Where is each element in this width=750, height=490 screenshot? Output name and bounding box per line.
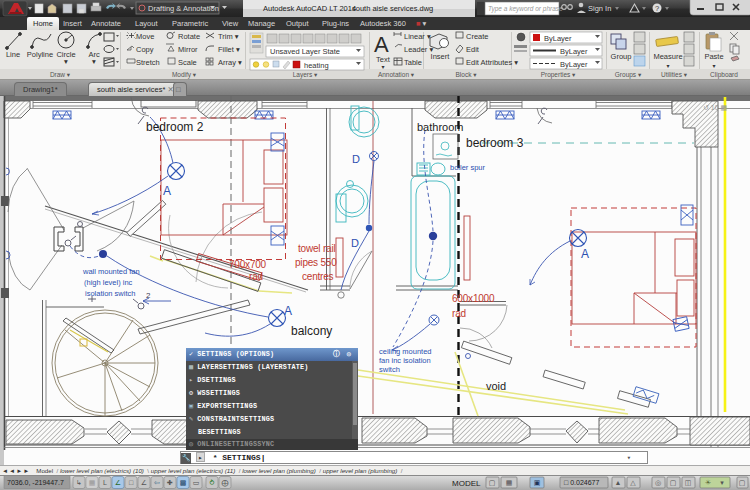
- svg-text:Polyline: Polyline: [27, 50, 53, 59]
- svg-text:boiler spur: boiler spur: [450, 163, 486, 172]
- svg-text:south aisle services.dwg: south aisle services.dwg: [352, 4, 433, 13]
- svg-text:ByLayer: ByLayer: [560, 47, 588, 56]
- svg-text:Mirror: Mirror: [178, 45, 198, 54]
- svg-text:towel rail: towel rail: [298, 243, 335, 254]
- svg-text:∠: ∠: [141, 479, 147, 486]
- svg-text:L: L: [103, 479, 107, 486]
- svg-text:A: A: [581, 247, 589, 261]
- svg-text:Leader ▾: Leader ▾: [404, 45, 433, 54]
- svg-text:▦: ▦: [506, 479, 513, 486]
- svg-text:void: void: [486, 380, 506, 392]
- svg-text:bathroom: bathroom: [417, 121, 463, 133]
- svg-text:▢: ▢: [739, 479, 746, 486]
- svg-text:◎: ◎: [655, 479, 661, 486]
- svg-text:Rotate: Rotate: [178, 32, 200, 41]
- svg-text:ByLayer: ByLayer: [560, 60, 588, 69]
- svg-text:Properties ▾: Properties ▾: [541, 71, 576, 79]
- svg-text:isolation switch: isolation switch: [85, 289, 135, 298]
- svg-text:A: A: [284, 304, 292, 318]
- svg-text:(high level) inc: (high level) inc: [84, 278, 133, 287]
- svg-text:▢: ▢: [489, 479, 496, 486]
- svg-text:▾: ▾: [64, 57, 68, 66]
- svg-text:Group: Group: [611, 52, 632, 61]
- svg-text:fan inc isolation: fan inc isolation: [379, 356, 431, 365]
- svg-text:A: A: [374, 32, 389, 57]
- svg-text:D: D: [352, 153, 360, 165]
- svg-text:✚: ✚: [167, 479, 173, 486]
- svg-text:Stretch: Stretch: [136, 58, 160, 67]
- svg-text:Edit Attributes ▾: Edit Attributes ▾: [466, 58, 518, 67]
- svg-text:Array ▾: Array ▾: [218, 58, 242, 67]
- svg-text:A: A: [163, 184, 171, 198]
- svg-text:ceiling mounted: ceiling mounted: [379, 347, 432, 356]
- svg-text:Trim ▾: Trim ▾: [218, 32, 239, 41]
- svg-text:▾: ▾: [720, 479, 724, 486]
- svg-text:▭: ▭: [193, 479, 200, 486]
- svg-text:MODEL: MODEL: [452, 479, 481, 488]
- svg-text:↺ 10 ▦: ↺ 10 ▦: [703, 104, 727, 111]
- svg-text:700x700: 700x700: [229, 259, 267, 270]
- svg-text:pipes 550: pipes 550: [295, 257, 337, 268]
- svg-text:heating: heating: [304, 61, 329, 70]
- svg-text:∠: ∠: [115, 479, 121, 486]
- svg-text:Type a keyword or phrase: Type a keyword or phrase: [488, 5, 563, 13]
- svg-text:Create: Create: [466, 32, 489, 41]
- svg-text:▣: ▣: [534, 479, 541, 486]
- svg-text:Move: Move: [136, 32, 154, 41]
- svg-text:Annotation ▾: Annotation ▾: [378, 71, 415, 78]
- svg-text:?: ?: [655, 4, 659, 13]
- svg-text:↳: ↳: [76, 479, 82, 486]
- svg-text:wall mounted fan: wall mounted fan: [82, 267, 140, 276]
- svg-text:Drafting & Annotation: Drafting & Annotation: [148, 4, 219, 13]
- svg-text:rad: rad: [249, 271, 263, 282]
- svg-text:▾: ▾: [712, 63, 715, 69]
- svg-text:Autodesk AutoCAD LT 2014: Autodesk AutoCAD LT 2014: [263, 4, 356, 13]
- svg-text:D: D: [351, 237, 359, 249]
- svg-text:7036.0, -219447.7: 7036.0, -219447.7: [7, 479, 64, 486]
- svg-text:rad: rad: [452, 308, 466, 319]
- svg-text:Sign In: Sign In: [588, 4, 611, 13]
- svg-text:▾: ▾: [381, 64, 384, 70]
- svg-text:ByLayer: ByLayer: [544, 34, 572, 43]
- svg-text:Paste: Paste: [704, 52, 723, 61]
- svg-text:⇦: ⇦: [154, 479, 160, 486]
- svg-text:Layers ▾: Layers ▾: [293, 71, 318, 79]
- svg-text:▢: ▢: [670, 479, 677, 486]
- svg-text:Insert: Insert: [431, 52, 451, 61]
- svg-text:Groups ▾: Groups ▾: [615, 71, 642, 79]
- svg-text:◫: ◫: [685, 479, 692, 486]
- svg-text:Scale: Scale: [178, 58, 197, 67]
- svg-text:□ 0.024677: □ 0.024677: [564, 479, 599, 486]
- svg-text:Utilities ▾: Utilities ▾: [661, 71, 688, 78]
- svg-text:⨁: ⨁: [222, 479, 229, 487]
- svg-text:Measure: Measure: [653, 52, 682, 61]
- svg-text:▲: ▲: [615, 479, 622, 486]
- svg-text:Copy: Copy: [136, 45, 154, 54]
- svg-text:600x1000: 600x1000: [452, 293, 495, 304]
- svg-text:△: △: [630, 479, 636, 486]
- svg-text:Fillet ▾: Fillet ▾: [218, 45, 240, 54]
- svg-text:balcony: balcony: [291, 324, 332, 338]
- svg-text:☀: ☀: [705, 479, 711, 486]
- svg-text:Text: Text: [376, 55, 391, 64]
- svg-text:Modify ▾: Modify ▾: [172, 71, 197, 79]
- svg-text:Clipboard: Clipboard: [710, 71, 738, 79]
- svg-text:Unsaved Layer State: Unsaved Layer State: [270, 47, 340, 56]
- svg-text:Draw ▾: Draw ▾: [50, 71, 71, 78]
- svg-text:▩: ▩: [180, 479, 187, 486]
- svg-text:switch: switch: [379, 365, 400, 374]
- svg-text:centres: centres: [302, 271, 334, 282]
- svg-text:▾: ▾: [92, 57, 96, 66]
- svg-text:Line: Line: [6, 50, 20, 59]
- svg-text:Table: Table: [404, 58, 422, 67]
- svg-text:Block ▾: Block ▾: [456, 71, 478, 78]
- svg-text:bedroom 3: bedroom 3: [466, 136, 524, 150]
- svg-text:⥁: ⥁: [210, 479, 215, 486]
- svg-text:Edit: Edit: [466, 45, 480, 54]
- svg-text:Linear ▾: Linear ▾: [404, 32, 431, 41]
- svg-text:▾: ▾: [666, 63, 669, 69]
- svg-text:bedroom 2: bedroom 2: [146, 120, 204, 134]
- svg-text:▦: ▦: [89, 479, 96, 486]
